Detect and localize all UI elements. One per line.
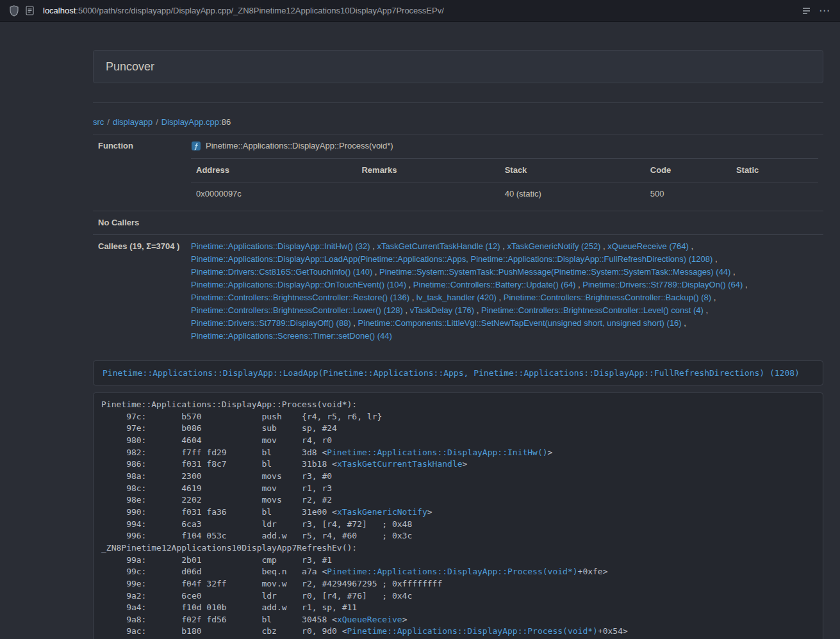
- function-row: Function Pinetime::Applications::Display…: [93, 134, 823, 211]
- callee-separator: ,: [743, 280, 747, 289]
- shield-icon[interactable]: [9, 5, 19, 17]
- callee-separator: ,: [682, 318, 686, 328]
- url-path: :5000/path/src/displayapp/DisplayApp.cpp…: [76, 6, 444, 15]
- callers-row: No Callers: [93, 211, 823, 235]
- no-callers-label: No Callers: [93, 211, 186, 235]
- callee-link[interactable]: Pinetime::Controllers::BrightnessControl…: [191, 305, 403, 315]
- url-host: localhost: [43, 6, 76, 15]
- stats-header-code: Code: [645, 159, 731, 182]
- callee-separator: ,: [403, 305, 410, 315]
- callee-separator: ,: [500, 241, 507, 251]
- callee-separator: ,: [712, 254, 717, 264]
- callee-separator: ,: [372, 267, 379, 277]
- callee-link[interactable]: Pinetime::Drivers::St7789::DisplayOn() (…: [582, 280, 743, 289]
- function-label: Function: [93, 134, 186, 211]
- stats-header-static: Static: [731, 159, 818, 182]
- callee-separator: ,: [351, 318, 358, 328]
- callee-link[interactable]: Pinetime::Drivers::St7789::DisplayOff() …: [191, 318, 351, 328]
- callee-link[interactable]: xTaskGetCurrentTaskHandle (12): [377, 241, 500, 251]
- callee-separator: ,: [711, 293, 716, 302]
- stats-value-stack: 40 (static): [500, 182, 645, 206]
- callee-link[interactable]: Pinetime::Applications::DisplayApp::Load…: [191, 254, 712, 264]
- reader-view-icon[interactable]: [802, 6, 811, 15]
- symbol-link[interactable]: Pinetime::Applications::DisplayApp::Proc…: [327, 567, 577, 576]
- breadcrumb-link-displayapp[interactable]: displayapp: [113, 117, 152, 127]
- overflow-menu-icon[interactable]: ⋯: [818, 5, 831, 16]
- callee-separator: ,: [497, 293, 504, 302]
- callee-separator: ,: [575, 280, 582, 289]
- stats-header-address: Address: [191, 159, 356, 182]
- callees-cell: Pinetime::Applications::DisplayApp::Init…: [186, 235, 823, 348]
- stats-header-remarks: Remarks: [356, 159, 499, 182]
- callee-separator: ,: [406, 280, 413, 289]
- symbol-link[interactable]: Pinetime::Applications::DisplayApp::Proc…: [347, 626, 598, 636]
- breadcrumb-separator: /: [104, 117, 113, 127]
- callee-link[interactable]: Pinetime::Applications::Screens::Timer::…: [191, 331, 392, 341]
- callee-link[interactable]: Pinetime::Applications::DisplayApp::OnTo…: [191, 280, 406, 289]
- callees-row: Callees (19, Σ=3704 ) Pinetime::Applicat…: [93, 235, 823, 348]
- breadcrumb-separator: /: [152, 117, 161, 127]
- callee-link[interactable]: xTaskGenericNotify (252): [507, 241, 601, 251]
- function-cell: Pinetime::Applications::DisplayApp::Proc…: [186, 134, 823, 211]
- page-icon[interactable]: [26, 6, 34, 15]
- divider: [93, 102, 823, 103]
- symbol-link[interactable]: Pinetime::Applications::DisplayApp::Init…: [327, 448, 547, 457]
- callee-separator: ,: [474, 305, 481, 315]
- disassembly-block: Pinetime::Applications::DisplayApp::Proc…: [93, 392, 823, 639]
- symbol-detail-table: Function Pinetime::Applications::Display…: [93, 134, 823, 348]
- callee-separator: ,: [704, 305, 708, 315]
- stats-value-address: 0x0000097c: [191, 182, 356, 206]
- callee-link[interactable]: Pinetime::Drivers::Cst816S::GetTouchInfo…: [191, 267, 372, 277]
- callee-separator: ,: [689, 241, 693, 251]
- url-bar[interactable]: localhost:5000/path/src/displayapp/Displ…: [43, 6, 795, 15]
- stats-row: 0x0000097c 40 (static) 500: [191, 182, 818, 206]
- stats-value-remarks: [356, 182, 499, 206]
- symbol-link[interactable]: xTaskGenericNotify: [337, 507, 427, 517]
- function-icon: [191, 141, 201, 151]
- callees-label: Callees (19, Σ=3704 ): [93, 235, 186, 348]
- symbol-link[interactable]: xQueueReceive: [337, 615, 402, 624]
- callee-link[interactable]: Pinetime::Controllers::BrightnessControl…: [191, 293, 409, 302]
- function-stats-table: Address Remarks Stack Code Static 0x0000…: [191, 158, 818, 206]
- callee-link[interactable]: lv_task_handler (420): [416, 293, 497, 302]
- callee-link[interactable]: vTaskDelay (176): [410, 305, 474, 315]
- callee-separator: ,: [409, 293, 416, 302]
- callers-cell: [186, 211, 823, 235]
- app-header-panel: Puncover: [93, 50, 823, 83]
- callee-separator: ,: [370, 241, 377, 251]
- callee-link[interactable]: Pinetime::Controllers::BrightnessControl…: [481, 305, 704, 315]
- callee-link[interactable]: Pinetime::Components::LittleVgl::SetNewT…: [358, 318, 682, 328]
- callee-link[interactable]: Pinetime::Controllers::BrightnessControl…: [504, 293, 711, 302]
- callee-link[interactable]: Pinetime::System::SystemTask::PushMessag…: [379, 267, 730, 277]
- app-title: Puncover: [106, 60, 811, 74]
- stats-value-static: [731, 182, 818, 206]
- stats-value-code: 500: [645, 182, 731, 206]
- callee-link[interactable]: Pinetime::Controllers::Battery::Update()…: [413, 280, 576, 289]
- breadcrumb: src/displayapp/DisplayApp.cpp:86: [93, 116, 823, 129]
- symbol-link[interactable]: xTaskGetCurrentTaskHandle: [337, 459, 463, 469]
- page-content: Puncover src/displayapp/DisplayApp.cpp:8…: [93, 50, 823, 639]
- function-name: Pinetime::Applications::DisplayApp::Proc…: [206, 140, 393, 152]
- breadcrumb-link-file[interactable]: DisplayApp.cpp:: [161, 117, 222, 127]
- highlighted-symbol-link[interactable]: Pinetime::Applications::DisplayApp::Load…: [103, 368, 800, 378]
- breadcrumb-line-number: 86: [222, 117, 231, 127]
- callee-separator: ,: [730, 267, 735, 277]
- browser-toolbar: localhost:5000/path/src/displayapp/Displ…: [0, 0, 840, 22]
- callee-link[interactable]: xQueueReceive (764): [607, 241, 688, 251]
- breadcrumb-link-src[interactable]: src: [93, 117, 104, 127]
- callees-list: Pinetime::Applications::DisplayApp::Init…: [191, 240, 818, 343]
- callee-link[interactable]: Pinetime::Applications::DisplayApp::Init…: [191, 241, 370, 251]
- highlighted-symbol-box: Pinetime::Applications::DisplayApp::Load…: [93, 360, 823, 385]
- stats-header-stack: Stack: [500, 159, 645, 182]
- callee-separator: ,: [600, 241, 607, 251]
